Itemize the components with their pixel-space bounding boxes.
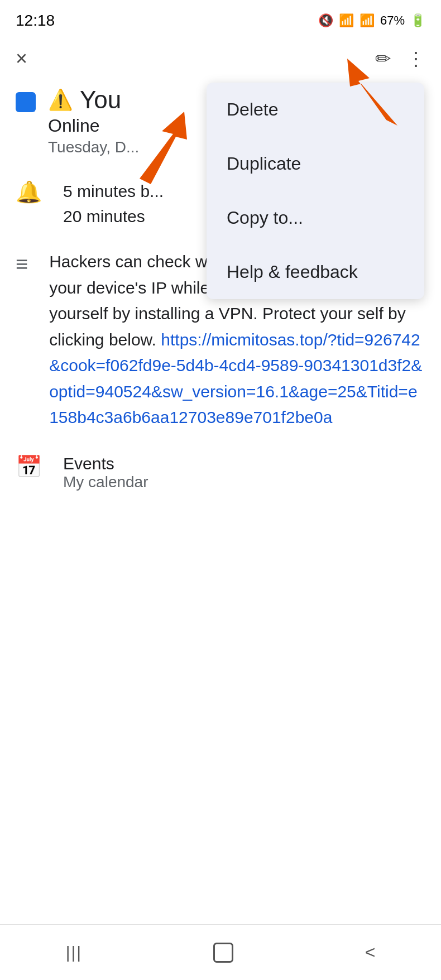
reminder-text: 5 minutes b... 20 minutes — [63, 179, 164, 229]
recent-apps-button[interactable]: ||| — [66, 943, 82, 962]
battery-level: 67% — [380, 13, 405, 28]
dropdown-item-delete[interactable]: Delete — [207, 83, 424, 137]
calendar-text-block: Events My calendar — [63, 454, 148, 491]
calendar-title: Events — [63, 454, 148, 473]
status-bar: 12:18 🔇 📶 📶 67% 🔋 — [0, 0, 441, 36]
dropdown-item-help-feedback[interactable]: Help & feedback — [207, 245, 424, 299]
reminder-line2: 20 minutes — [63, 204, 164, 229]
toolbar-actions: ✏ ⋮ — [375, 47, 425, 70]
bottom-navigation: ||| < — [0, 924, 441, 980]
calendar-icon: 📅 — [16, 454, 42, 479]
dropdown-item-duplicate[interactable]: Duplicate — [207, 137, 424, 191]
home-button[interactable] — [213, 943, 233, 963]
calendar-subtitle: My calendar — [63, 473, 148, 491]
more-options-button[interactable]: ⋮ — [406, 47, 425, 70]
edit-button[interactable]: ✏ — [375, 47, 391, 70]
reminder-icon: 🔔 — [16, 180, 42, 204]
warning-icon: ⚠️ — [48, 88, 73, 112]
close-button[interactable]: × — [16, 49, 27, 69]
wifi-icon: 📶 — [339, 13, 354, 28]
status-icons: 🔇 📶 📶 67% 🔋 — [318, 13, 425, 28]
event-color-dot — [16, 92, 36, 112]
back-button[interactable]: < — [365, 942, 376, 963]
status-time: 12:18 — [16, 12, 55, 30]
silent-icon: 🔇 — [318, 13, 333, 28]
toolbar: × ✏ ⋮ — [0, 36, 441, 81]
calendar-section: 📅 Events My calendar — [0, 431, 441, 491]
event-title: You — [80, 87, 121, 113]
description-icon: ≡ — [16, 252, 28, 276]
battery-icon: 🔋 — [410, 13, 425, 28]
signal-icon: 📶 — [359, 13, 375, 28]
dropdown-menu: DeleteDuplicateCopy to...Help & feedback — [207, 83, 424, 299]
dropdown-item-copy-to[interactable]: Copy to... — [207, 191, 424, 245]
reminder-line1: 5 minutes b... — [63, 179, 164, 204]
